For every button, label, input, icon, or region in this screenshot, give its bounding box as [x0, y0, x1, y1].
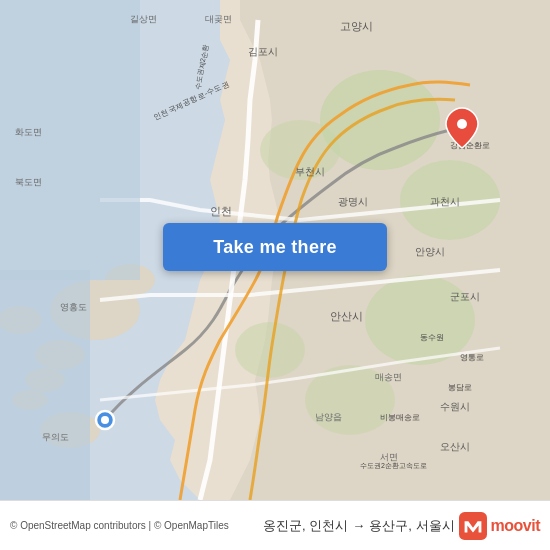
footer-left: © OpenStreetMap contributors | © OpenMap…	[10, 520, 229, 531]
route-origin: 옹진군, 인천시	[263, 517, 348, 535]
svg-text:매송면: 매송면	[375, 372, 402, 382]
svg-text:고양시: 고양시	[340, 20, 373, 32]
moovit-logo: moovit	[459, 512, 540, 540]
svg-text:수도권2순환고속도로: 수도권2순환고속도로	[360, 462, 427, 470]
svg-text:오산시: 오산시	[440, 441, 470, 452]
svg-text:김포시: 김포시	[248, 46, 278, 57]
svg-text:비봉매송로: 비봉매송로	[380, 413, 420, 422]
copyright-text: © OpenStreetMap contributors | © OpenMap…	[10, 520, 229, 531]
svg-rect-51	[459, 512, 487, 540]
svg-text:길상면: 길상면	[130, 14, 157, 24]
svg-text:안양시: 안양시	[415, 246, 445, 257]
svg-text:과천시: 과천시	[430, 196, 460, 207]
svg-text:화도면: 화도면	[15, 127, 42, 137]
svg-text:수원시: 수원시	[440, 401, 470, 412]
svg-text:봉담로: 봉담로	[448, 383, 472, 392]
take-me-there-button[interactable]: Take me there	[163, 223, 387, 271]
moovit-text: moovit	[491, 517, 540, 535]
svg-text:영통로: 영통로	[460, 353, 484, 362]
svg-text:북도면: 북도면	[15, 177, 42, 187]
svg-text:안산시: 안산시	[330, 310, 363, 322]
svg-text:광명시: 광명시	[338, 196, 368, 207]
svg-text:동수원: 동수원	[420, 333, 444, 342]
footer: © OpenStreetMap contributors | © OpenMap…	[0, 500, 550, 550]
map-container: 고양시 김포시 부천시 인천 광명시 과천시 안양시 군포시 안산시 매송면 남…	[0, 0, 550, 500]
moovit-icon	[459, 512, 487, 540]
footer-right: 옹진군, 인천시 → 용산구, 서울시 moovit	[263, 512, 540, 540]
svg-point-50	[457, 119, 467, 129]
svg-point-5	[365, 275, 475, 365]
route-destination: 용산구, 서울시	[369, 517, 454, 535]
svg-text:남양읍: 남양읍	[315, 412, 342, 422]
svg-text:서면: 서면	[380, 452, 398, 462]
svg-rect-16	[0, 0, 140, 280]
svg-text:대곶면: 대곶면	[205, 14, 232, 24]
route-arrow: →	[352, 518, 365, 533]
svg-text:영흥도: 영흥도	[60, 302, 87, 312]
svg-text:인천: 인천	[210, 205, 232, 217]
svg-point-48	[101, 416, 109, 424]
svg-text:부천시: 부천시	[295, 166, 325, 177]
svg-text:군포시: 군포시	[450, 291, 480, 302]
svg-text:무의도: 무의도	[42, 432, 69, 442]
